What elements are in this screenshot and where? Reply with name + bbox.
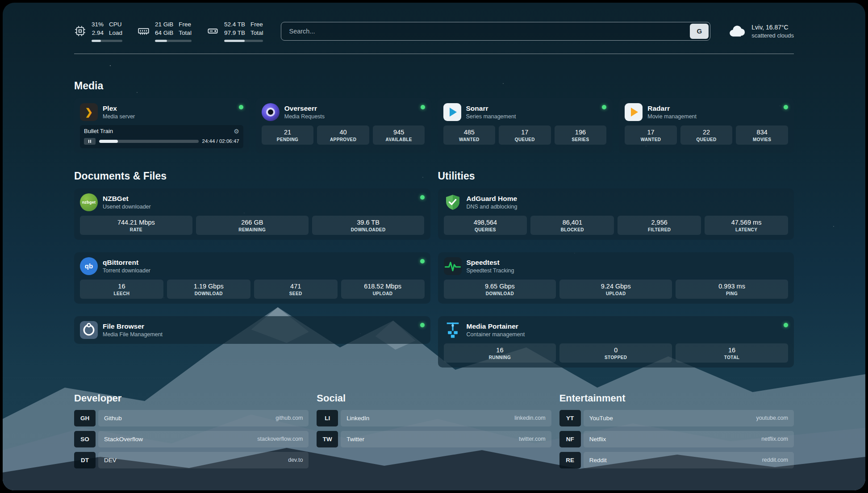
service-subtitle: Series management [466, 113, 516, 120]
stat-filtered: 2,956 FILTERED [618, 216, 701, 235]
bookmark-name: StackOverflow [104, 436, 143, 443]
stat-seed: 471 SEED [254, 280, 338, 299]
service-name: NZBGet [103, 195, 151, 203]
portainer-icon [444, 321, 462, 339]
status-dot [239, 105, 243, 109]
status-dot [784, 105, 788, 109]
bookmark-twitter[interactable]: TW Twitter twitter.com [317, 431, 551, 447]
status-dot [420, 259, 425, 263]
radarr-icon [625, 103, 643, 121]
memory-total-value: 64 GiB [155, 29, 173, 38]
bookmark-github[interactable]: GH Github github.com [74, 410, 309, 426]
status-dot [421, 105, 425, 109]
service-card-nzbget[interactable]: nzbget NZBGet Usenet downloader 744.21 M… [74, 188, 430, 240]
bookmark-reddit[interactable]: RE Reddit reddit.com [559, 452, 794, 468]
bookmark-netflix[interactable]: NF Netflix netflix.com [559, 431, 794, 447]
bookmark-youtube[interactable]: YT YouTube youtube.com [559, 410, 794, 426]
service-card-portainer[interactable]: Media Portainer Container management 16 … [438, 316, 794, 368]
stat-total: 16 TOTAL [676, 343, 788, 363]
dashboard-screen: 31% 2.94 CPU Load [3, 3, 865, 490]
search-input[interactable] [283, 28, 690, 35]
service-subtitle: Speedtest Tracking [467, 267, 514, 274]
disk-progress-bar [224, 40, 263, 42]
status-dot [420, 323, 425, 327]
bookmark-name: YouTube [589, 415, 613, 422]
bookmark-abbr: YT [559, 410, 581, 426]
service-card-speedtest[interactable]: Speedtest Speedtest Tracking 9.65 Gbps D… [438, 252, 794, 304]
bookmark-url: twitter.com [519, 436, 546, 442]
stat-wanted: 17 WANTED [625, 125, 677, 145]
stat-queued: 22 QUEUED [680, 125, 733, 145]
memory-free-value: 21 GiB [155, 21, 173, 29]
bookmark-url: linkedin.com [514, 415, 545, 421]
status-dot [420, 195, 425, 200]
search-provider-button[interactable]: G [690, 24, 709, 39]
bookmark-stackoverflow[interactable]: SO StackOverflow stackoverflow.com [74, 431, 309, 447]
bookmark-abbr: DT [74, 452, 96, 468]
service-card-plex[interactable]: ❯ Plex Media server Bullet Train ⚙ [74, 98, 249, 153]
bookmark-abbr: LI [317, 410, 338, 426]
system-metrics: 31% 2.94 CPU Load [74, 21, 263, 42]
service-name: AdGuard Home [467, 195, 517, 203]
service-subtitle: Usenet downloader [103, 204, 151, 210]
overseerr-icon [262, 103, 280, 121]
service-name: Speedtest [467, 259, 514, 267]
cpu-load-label: Load [109, 29, 122, 38]
pause-button[interactable] [84, 138, 96, 145]
service-card-qbittorrent[interactable]: qb qBittorrent Torrent downloader 16 LEE… [74, 252, 430, 304]
service-card-radarr[interactable]: Radarr Movie management 17 WANTED 22 QUE… [619, 98, 794, 153]
bookmark-abbr: GH [74, 410, 96, 426]
cpu-usage-label: CPU [109, 21, 122, 29]
stat-blocked: 86,401 BLOCKED [530, 216, 614, 235]
stat-remaining: 266 GB REMAINING [196, 216, 309, 235]
bookmark-dev[interactable]: DT DEV dev.to [74, 452, 309, 468]
bookmark-name: Twitter [346, 436, 364, 443]
adguard-icon [444, 193, 462, 211]
service-name: File Browser [103, 322, 163, 330]
service-name: Overseerr [284, 104, 325, 113]
memory-free-label: Free [179, 21, 192, 29]
bookmark-group-entertainment: Entertainment YT YouTube youtube.com NF … [559, 393, 794, 473]
plex-icon: ❯ [80, 103, 98, 121]
stat-latency: 47.569 ms LATENCY [705, 216, 788, 235]
stat-upload: 9.24 Gbps UPLOAD [559, 280, 672, 299]
now-playing-title: Bullet Train [84, 128, 113, 134]
disk-free-label: Free [250, 21, 263, 29]
stat-series: 196 SERIES [555, 125, 607, 145]
service-name: Sonarr [466, 104, 516, 113]
gear-icon[interactable]: ⚙ [234, 128, 239, 135]
service-card-adguard[interactable]: AdGuard Home DNS and adblocking 498,564 … [438, 188, 794, 240]
service-stats: 485 WANTED 17 QUEUED 196 SERIES [443, 125, 607, 145]
stat-rate: 744.21 Mbps RATE [80, 216, 192, 235]
service-card-overseerr[interactable]: Overseerr Media Requests 21 PENDING 40 A… [256, 98, 431, 153]
cpu-progress-bar [92, 40, 122, 42]
disk-total-label: Total [250, 29, 263, 38]
bookmark-url: youtube.com [756, 415, 788, 421]
playback-progress-bar[interactable] [99, 140, 199, 143]
header-divider [74, 54, 794, 54]
bookmark-url: github.com [275, 415, 303, 421]
service-card-filebrowser[interactable]: File Browser Media File Management [74, 316, 430, 344]
service-stats: 16 LEECH 1.19 Gbps DOWNLOAD 471 SEED [80, 280, 425, 299]
cloud-icon [728, 22, 746, 40]
weather-location: Lviv, 16.87°C [751, 24, 794, 31]
bookmark-url: dev.to [288, 457, 303, 463]
service-subtitle: Media server [103, 113, 135, 120]
bookmark-url: stackoverflow.com [257, 436, 303, 442]
service-name: Media Portainer [467, 322, 525, 330]
bookmark-name: Reddit [589, 457, 607, 464]
stat-download: 9.65 Gbps DOWNLOAD [444, 280, 556, 299]
memory-metric: 21 GiB 64 GiB Free Total [138, 21, 192, 42]
section-documents: Documents & Files nzbget NZBGet Usenet d… [74, 170, 430, 368]
top-bar: 31% 2.94 CPU Load [74, 21, 794, 42]
bookmark-name: Netflix [589, 436, 606, 443]
speedtest-icon [444, 257, 462, 275]
service-card-sonarr[interactable]: Sonarr Series management 485 WANTED 17 Q… [438, 98, 613, 153]
service-stats: 9.65 Gbps DOWNLOAD 9.24 Gbps UPLOAD 0.99… [444, 280, 789, 299]
qbittorrent-icon: qb [80, 257, 98, 275]
weather-condition: scattered clouds [751, 32, 794, 39]
weather-widget[interactable]: Lviv, 16.87°C scattered clouds [728, 22, 794, 40]
section-title-documents: Documents & Files [74, 170, 430, 182]
disk-total-value: 97.9 TB [224, 29, 245, 38]
bookmark-linkedin[interactable]: LI LinkedIn linkedin.com [317, 410, 551, 426]
